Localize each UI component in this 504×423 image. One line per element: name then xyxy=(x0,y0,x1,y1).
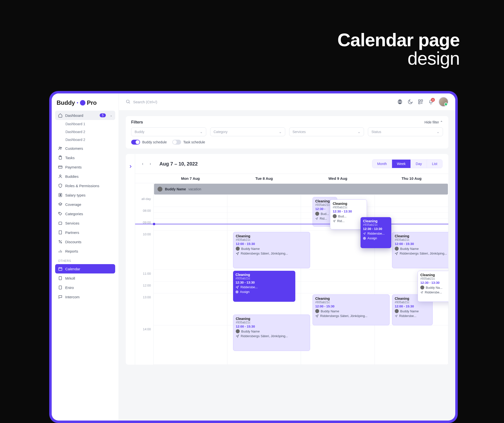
sidebar-item-payments[interactable]: Payments xyxy=(55,162,115,172)
user-icon xyxy=(58,174,63,179)
topbar: Search (Ctrl+/) 4 xyxy=(119,93,455,110)
filter-status[interactable]: Status⌄ xyxy=(368,127,443,136)
filter-category[interactable]: Category⌄ xyxy=(210,127,285,136)
time-label: 11:00 xyxy=(135,270,154,282)
time-label: 10:00 xyxy=(135,230,154,270)
banner-name: Buddy Name xyxy=(165,187,186,191)
svg-rect-29 xyxy=(398,101,402,101)
day-header: Mon 7 Aug xyxy=(154,174,227,183)
bell-icon[interactable]: 4 xyxy=(428,99,434,105)
sidebar-sub-dashboard2[interactable]: Dashboard 2 xyxy=(55,128,115,136)
layers-icon xyxy=(58,202,63,207)
sidebar-item-reports[interactable]: Reports xyxy=(55,246,115,256)
svg-point-0 xyxy=(59,147,60,148)
notification-count: 4 xyxy=(431,98,435,102)
sidebar-item-customers[interactable]: Customers xyxy=(55,144,115,153)
svg-rect-32 xyxy=(419,100,420,101)
svg-rect-11 xyxy=(59,231,62,234)
time-label: 09:00 xyxy=(135,219,154,230)
svg-rect-4 xyxy=(59,166,62,168)
assign-icon xyxy=(363,237,366,240)
svg-rect-31 xyxy=(398,103,402,103)
sidebar-sub-dashboard3[interactable]: Dashboard 2 xyxy=(55,136,115,144)
card-icon xyxy=(58,165,63,169)
svg-rect-25 xyxy=(59,286,62,289)
sidebar-item-calendar[interactable]: Calendar xyxy=(55,264,115,273)
chevron-down-icon: ⌄ xyxy=(437,130,440,134)
device-frame: Buddy·Pro Dashboard 5 ⌄ Dashboard 1 Dash… xyxy=(49,91,458,423)
chevron-down-icon: ⌄ xyxy=(110,114,112,117)
filter-services[interactable]: Services⌄ xyxy=(289,127,364,136)
sidebar-item-coverage[interactable]: Coverage xyxy=(55,200,115,209)
calendar-panel: ‹ › Aug 7 – 10, 2022 Month Week Day List xyxy=(126,154,448,365)
lang-icon[interactable] xyxy=(397,99,403,105)
sidebar-item-mrkoll[interactable]: Mrkoll xyxy=(55,273,115,283)
apps-icon[interactable] xyxy=(418,99,423,105)
sidebar-item-partners[interactable]: Partners xyxy=(55,228,115,237)
collapse-button[interactable] xyxy=(126,154,135,365)
event-popover[interactable]: Cleaning #935ab21c 12:30 - 13:30 Buddy N… xyxy=(418,271,448,302)
location-icon xyxy=(315,314,319,318)
event-card[interactable]: Cleaning #935ab21c 12:00 - 15:30 Buddy N… xyxy=(233,232,310,268)
sidebar-item-salary[interactable]: $Salary types xyxy=(55,190,115,200)
doc-icon xyxy=(58,276,63,280)
calendar-grid: Mon 7 Aug Tue 8 Aug Wed 9 Aug Thu 10 Aug… xyxy=(135,174,448,365)
sidebar-item-dashboard[interactable]: Dashboard 5 ⌄ xyxy=(55,111,115,120)
date-range: Aug 7 – 10, 2022 xyxy=(159,161,198,167)
svg-point-1 xyxy=(61,147,62,148)
vacation-banner[interactable]: Buddy Name vacation xyxy=(154,184,448,195)
day-header: Wed 9 Aug xyxy=(301,174,375,183)
sidebar-item-categories[interactable]: Categories xyxy=(55,209,115,218)
view-list[interactable]: List xyxy=(427,160,442,168)
avatar-icon xyxy=(315,309,319,313)
chevron-down-icon: ⌄ xyxy=(279,130,282,134)
view-week[interactable]: Week xyxy=(392,160,411,168)
sidebar-item-intercom[interactable]: Intercom xyxy=(55,292,115,302)
sidebar-item-tasks[interactable]: Tasks xyxy=(55,153,115,162)
hide-filter-button[interactable]: Hide filter ⌃ xyxy=(425,120,443,124)
event-card[interactable]: Cleaning #935ab21c 12:00 - 15:30 Buddy N… xyxy=(233,315,310,351)
user-avatar[interactable] xyxy=(439,97,448,107)
brand-logo[interactable]: Buddy·Pro xyxy=(57,99,115,106)
event-tooltip[interactable]: Cleaning #935ab21c 12:30 - 13:30 Ridders… xyxy=(361,217,391,248)
event-card[interactable]: Cleaning #935ab21c 12:00 - 15:30 Buddy N… xyxy=(392,232,448,268)
svg-line-27 xyxy=(129,103,130,104)
next-button[interactable]: › xyxy=(149,162,152,166)
toggle-buddy-schedule[interactable] xyxy=(131,140,140,145)
avatar-icon xyxy=(315,212,319,216)
event-card[interactable]: Cleaning #935ab21c 12:30 - 13:30 Ridders… xyxy=(233,271,295,302)
chevron-down-icon: ⌄ xyxy=(200,130,203,134)
theme-icon[interactable] xyxy=(408,99,413,105)
event-card[interactable]: Cleaning #935ab21c 12:00 - 15:30 Buddy N… xyxy=(313,294,390,325)
chat-icon xyxy=(58,295,63,299)
assign-icon xyxy=(236,290,238,293)
location-icon xyxy=(236,334,239,338)
svg-point-6 xyxy=(60,175,61,176)
hero-subtitle: design xyxy=(337,48,460,69)
sidebar-item-roles[interactable]: Roles & Permissions xyxy=(55,181,115,190)
prev-button[interactable]: ‹ xyxy=(141,162,144,166)
sidebar-item-buddies[interactable]: Buddies xyxy=(55,172,115,181)
sidebar-item-eniro[interactable]: Eniro xyxy=(55,283,115,292)
location-icon xyxy=(236,286,239,289)
location-icon xyxy=(420,291,423,294)
sidebar-item-discounts[interactable]: Discounts xyxy=(55,237,115,246)
svg-rect-30 xyxy=(398,102,402,102)
avatar-icon xyxy=(395,247,399,251)
filter-buddy[interactable]: Buddy⌄ xyxy=(131,127,206,136)
sidebar-sub-dashboard1[interactable]: Dashboard 1 xyxy=(55,120,115,128)
users-icon xyxy=(58,146,63,151)
search-input[interactable]: Search (Ctrl+/) xyxy=(126,99,393,104)
filters-panel: Filters Hide filter ⌃ Buddy⌄ Category⌄ S… xyxy=(126,116,448,149)
view-month[interactable]: Month xyxy=(372,160,392,168)
day-header: Thu 10 Aug xyxy=(375,174,449,183)
avatar-icon xyxy=(236,329,240,333)
toggle-task-schedule[interactable] xyxy=(172,140,181,145)
filters-title: Filters xyxy=(131,120,143,124)
tag-icon xyxy=(58,212,63,216)
building-icon xyxy=(58,230,63,235)
time-label: 14:00 xyxy=(135,325,154,365)
view-day[interactable]: Day xyxy=(410,160,427,168)
hero-title: Calendar page xyxy=(337,30,460,50)
sidebar-item-services[interactable]: Services xyxy=(55,218,115,228)
